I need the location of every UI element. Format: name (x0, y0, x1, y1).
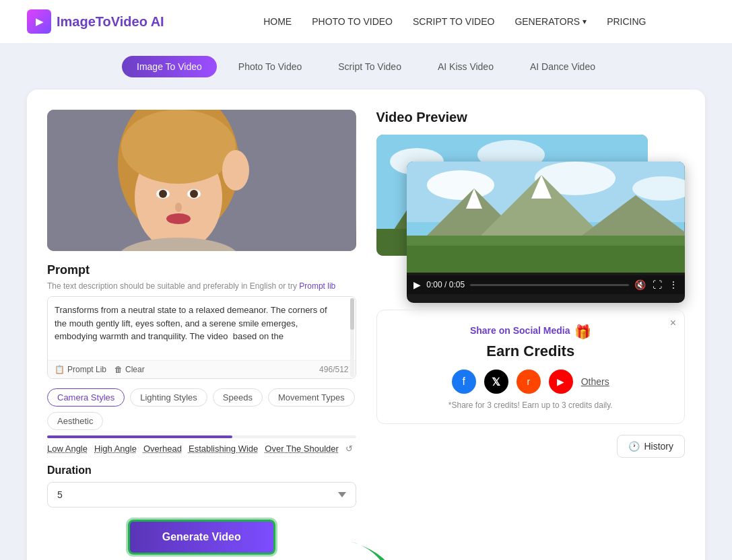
camera-options: Low Angle High Angle Overhead Establishi… (47, 444, 356, 454)
video-controls-right: 🔇 ⛶ ⋮ (634, 279, 678, 290)
svg-point-12 (222, 150, 249, 190)
history-icon: 🕐 (628, 441, 640, 452)
camera-opt-shoulder[interactable]: Over The Shoulder (265, 444, 339, 454)
refresh-icon[interactable]: ↺ (345, 444, 353, 454)
nav-pricing[interactable]: PRICING (607, 16, 646, 27)
style-tab-speeds[interactable]: Speeds (213, 388, 263, 407)
navbar: ▶ ImageToVideo AI HOME PHOTO TO VIDEO SC… (0, 0, 732, 44)
svg-point-7 (190, 190, 198, 198)
prompt-lib-link[interactable]: Prompt lib (299, 281, 335, 291)
prompt-textarea[interactable] (48, 297, 356, 357)
prompt-section: Prompt The text description should be su… (47, 263, 356, 379)
uploaded-image[interactable] (47, 110, 356, 251)
youtube-share-button[interactable]: ▶ (549, 370, 573, 394)
twitter-share-button[interactable]: 𝕏 (484, 370, 508, 394)
mute-button[interactable]: 🔇 (634, 279, 646, 290)
right-panel: Video Preview (376, 110, 686, 555)
duration-select[interactable]: 5 10 15 20 (47, 482, 356, 508)
generators-chevron-icon: ▾ (583, 17, 587, 26)
history-label: History (644, 441, 673, 452)
gift-icon: 🎁 (574, 324, 591, 340)
camera-opt-high-angle[interactable]: High Angle (94, 444, 137, 454)
main-tab-bar: Image To Video Photo To Video Script To … (0, 44, 732, 90)
tab-photo-to-video[interactable]: Photo To Video (224, 56, 317, 77)
prompt-title: Prompt (47, 263, 356, 277)
prompt-lib-icon: 📋 (55, 365, 65, 374)
video-preview-title: Video Preview (376, 110, 686, 125)
time-display: 0:00 / 0:05 (426, 280, 465, 289)
generate-video-button[interactable]: Generate Video (128, 520, 275, 555)
svg-rect-34 (407, 246, 685, 273)
nav-generators[interactable]: GENERATORS (514, 16, 580, 27)
clear-action[interactable]: 🗑 Clear (114, 365, 145, 374)
tab-ai-kiss-video[interactable]: AI Kiss Video (423, 56, 508, 77)
reddit-share-button[interactable]: r (517, 370, 541, 394)
tab-image-to-video[interactable]: Image To Video (122, 56, 217, 77)
scroll-indicator (47, 435, 356, 438)
style-tab-camera[interactable]: Camera Styles (47, 388, 125, 407)
clear-icon: 🗑 (114, 365, 123, 374)
duration-section: Duration 5 10 15 20 (47, 464, 356, 508)
mountain-video-frame (407, 162, 685, 273)
others-link[interactable]: Others (581, 376, 609, 387)
fullscreen-button[interactable]: ⛶ (653, 279, 662, 290)
svg-point-3 (121, 110, 236, 184)
left-panel: Prompt The text description should be su… (47, 110, 356, 555)
social-note: *Share for 3 credits! Earn up to 3 credi… (391, 400, 671, 410)
prompt-scrollbar (350, 298, 354, 377)
svg-point-25 (427, 170, 494, 200)
social-icons-row: f 𝕏 r ▶ Others (391, 370, 671, 394)
prompt-footer: 📋 Prompt Lib 🗑 Clear 496/512 (48, 360, 356, 378)
more-options-button[interactable]: ⋮ (669, 279, 678, 290)
nav-script-to-video[interactable]: SCRIPT TO VIDEO (413, 16, 494, 27)
camera-opt-low-angle[interactable]: Low Angle (47, 444, 88, 454)
scrollbar-thumb (350, 298, 354, 330)
green-arrow-icon (343, 534, 403, 560)
video-stack: ▶ 0:00 / 0:05 🔇 ⛶ ⋮ (376, 135, 686, 296)
social-share-card: × Share on Social Media 🎁 Earn Credits f… (376, 310, 686, 424)
svg-point-8 (175, 203, 182, 212)
prompt-lib-action[interactable]: 📋 Prompt Lib (55, 365, 106, 374)
scroll-thumb (47, 435, 232, 438)
svg-point-9 (166, 213, 191, 224)
nav-home[interactable]: HOME (263, 16, 292, 27)
style-tab-lighting[interactable]: Lighting Styles (130, 388, 207, 407)
prompt-subtitle: The text description should be suitable … (47, 281, 356, 291)
image-preview (47, 110, 356, 251)
facebook-share-button[interactable]: f (452, 370, 476, 394)
nav-photo-to-video[interactable]: PHOTO TO VIDEO (312, 16, 393, 27)
style-tab-aesthetic[interactable]: Aesthetic (47, 412, 103, 430)
style-tabs: Camera Styles Lighting Styles Speeds Mov… (47, 388, 356, 430)
social-title: Earn Credits (391, 343, 671, 360)
play-button[interactable]: ▶ (413, 279, 421, 290)
prompt-box: 📋 Prompt Lib 🗑 Clear 496/512 (47, 296, 356, 379)
video-controls: ▶ 0:00 / 0:05 🔇 ⛶ ⋮ (407, 275, 685, 294)
history-button[interactable]: 🕐 History (617, 435, 685, 458)
prompt-count: 496/512 (319, 365, 348, 374)
close-button[interactable]: × (670, 317, 676, 329)
history-row: 🕐 History (376, 435, 686, 458)
camera-opt-establishing[interactable]: Establishing Wide (189, 444, 258, 454)
progress-bar[interactable] (470, 284, 629, 286)
tab-script-to-video[interactable]: Script To Video (323, 56, 416, 77)
duration-label: Duration (47, 464, 356, 477)
tab-ai-dance-video[interactable]: AI Dance Video (515, 56, 610, 77)
generate-row: Generate Video (47, 520, 356, 555)
portrait-svg (47, 110, 356, 251)
camera-opt-overhead[interactable]: Overhead (143, 444, 182, 454)
video-player[interactable]: ▶ 0:00 / 0:05 🔇 ⛶ ⋮ (407, 162, 685, 303)
nav-links: HOME PHOTO TO VIDEO SCRIPT TO VIDEO GENE… (205, 15, 705, 28)
svg-point-6 (159, 190, 167, 198)
main-card: Prompt The text description should be su… (27, 90, 705, 560)
logo[interactable]: ▶ ImageToVideo AI (27, 9, 164, 34)
style-tab-movement[interactable]: Movement Types (268, 388, 355, 407)
prompt-footer-left: 📋 Prompt Lib 🗑 Clear (55, 365, 145, 374)
social-subtitle: Share on Social Media (470, 325, 570, 336)
logo-icon: ▶ (27, 9, 51, 34)
